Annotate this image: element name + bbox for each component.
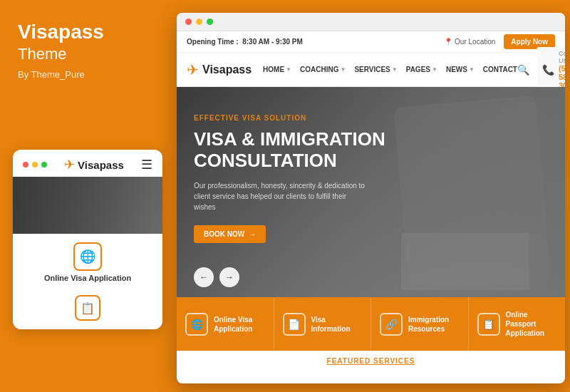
mobile-service-section: 🌐 Online Visa Application — [13, 234, 162, 289]
mobile-logo-icon: ✈ — [64, 157, 75, 172]
service-item-visa-info[interactable]: 📄 VisaInformation — [274, 297, 372, 351]
book-now-label: BOOK NOW — [204, 230, 244, 238]
nav-pages-label: PAGES — [406, 66, 430, 73]
nav-home-label: HOME — [263, 66, 284, 73]
location-label: Our Location — [455, 38, 495, 46]
location-link[interactable]: 📍 Our Location — [444, 38, 495, 46]
service-item-passport[interactable]: 📋 Online PassportApplication — [469, 297, 566, 351]
browser-dot-green — [207, 19, 213, 25]
mobile-hero-bg — [13, 177, 162, 234]
nav-coaching-arrow: ▼ — [340, 66, 346, 73]
nav-news-label: NEWS — [446, 66, 467, 73]
hero-nav-arrows: ← → — [194, 267, 239, 287]
hero-prev-arrow[interactable]: ← — [194, 267, 214, 287]
browser-mockup: Opening Time : 8:30 AM - 9:30 PM 📍 Our L… — [177, 13, 565, 383]
nav-logo-text: Visapass — [202, 63, 252, 76]
opening-time: Opening Time : 8:30 AM - 9:30 PM — [187, 38, 303, 46]
nav-home-arrow: ▼ — [286, 66, 291, 73]
nav-item-coaching[interactable]: COACHING ▼ — [300, 66, 346, 73]
mobile-service-label: Online Visa Application — [44, 274, 131, 282]
featured-footer: FEATURED SERVICES — [177, 351, 565, 371]
mobile-dot-red — [23, 162, 28, 167]
mobile-logo: ✈ Visapass — [64, 157, 124, 172]
nav-bar: ✈ Visapass HOME ▼ COACHING ▼ SERVICES ▼ … — [177, 53, 565, 87]
location-pin-icon: 📍 — [444, 38, 452, 46]
nav-services-arrow: ▼ — [392, 66, 398, 73]
mobile-dot-yellow — [32, 162, 38, 167]
nav-right: 🔍 📞 Contact Us (555) 5802 3059 — [517, 47, 565, 93]
mobile-top-bar: ✈ Visapass ☰ — [13, 150, 162, 177]
mobile-hamburger-icon[interactable]: ☰ — [141, 157, 152, 172]
mobile-dots — [23, 162, 47, 167]
service-item-immigration[interactable]: 🔗 ImmigrationResources — [371, 297, 469, 351]
mobile-visa-icon: 🌐 — [73, 242, 102, 271]
hero-title: VISA & IMMIGRATION CONSULTATION — [194, 129, 393, 172]
nav-item-contact[interactable]: CONTACT — [483, 66, 517, 73]
featured-label: FEATURED SERVICES — [187, 357, 555, 365]
search-icon[interactable]: 🔍 — [517, 64, 529, 76]
nav-item-services[interactable]: SERVICES ▼ — [354, 66, 397, 73]
nav-news-arrow: ▼ — [469, 66, 475, 73]
services-bar: 🌐 Online VisaApplication 📄 VisaInformati… — [177, 297, 565, 351]
passport-icon: 📋 — [477, 313, 500, 336]
nav-contact-label: CONTACT — [483, 66, 517, 73]
mobile-bottom-icon-box: 📋 — [75, 295, 100, 321]
nav-logo[interactable]: ✈ Visapass — [187, 61, 252, 78]
mobile-logo-text: Visapass — [78, 159, 124, 171]
nav-menu: HOME ▼ COACHING ▼ SERVICES ▼ PAGES ▼ NEW… — [263, 66, 517, 73]
nav-contact-info: Contact Us (555) 5802 3059 — [559, 50, 565, 90]
contact-phone: (555) 5802 3059 — [559, 64, 565, 90]
mobile-bottom-section: 📋 — [13, 289, 162, 329]
brand-name: Visapass — [18, 21, 157, 43]
browser-top-bar — [177, 13, 565, 31]
brand-by: By Theme_Pure — [18, 69, 157, 80]
nav-top-strip: Opening Time : 8:30 AM - 9:30 PM 📍 Our L… — [177, 31, 565, 53]
mobile-mockup: ✈ Visapass ☰ 🌐 Online Visa Application 📋 — [13, 150, 162, 329]
phone-icon: 📞 — [542, 64, 554, 76]
nav-contact-box: 📞 Contact Us (555) 5802 3059 — [537, 47, 565, 93]
mobile-hero-image — [13, 177, 162, 234]
book-now-button[interactable]: BOOK NOW → — [194, 225, 266, 243]
nav-logo-plane-icon: ✈ — [187, 61, 199, 78]
immigration-label: ImmigrationResources — [408, 315, 449, 334]
browser-dot-red — [185, 19, 192, 25]
service-item-online-visa[interactable]: 🌐 Online VisaApplication — [177, 297, 274, 351]
online-visa-icon: 🌐 — [185, 313, 208, 336]
hero-eyebrow: EFFECTIVE VISA SOLUTION — [194, 114, 548, 122]
browser-dot-yellow — [196, 19, 202, 25]
visa-info-icon: 📄 — [283, 313, 306, 336]
contact-us-label: Contact Us — [559, 50, 565, 64]
immigration-icon: 🔗 — [380, 313, 403, 336]
opening-label: Opening Time : — [187, 38, 239, 46]
hero-description: Our professionalism, honesty, sincerity … — [194, 180, 365, 212]
nav-services-label: SERVICES — [354, 66, 390, 73]
book-now-arrow-icon: → — [249, 230, 256, 238]
visa-info-label: VisaInformation — [311, 315, 351, 334]
nav-item-home[interactable]: HOME ▼ — [263, 66, 291, 73]
nav-pages-arrow: ▼ — [432, 66, 437, 73]
hero-content: EFFECTIVE VISA SOLUTION VISA & IMMIGRATI… — [177, 87, 565, 257]
nav-item-news[interactable]: NEWS ▼ — [446, 66, 475, 73]
nav-coaching-label: COACHING — [300, 66, 338, 73]
left-panel: Visapass Theme By Theme_Pure ✈ Visapass … — [0, 0, 175, 392]
passport-label: Online PassportApplication — [506, 310, 557, 338]
hero-next-arrow[interactable]: → — [219, 267, 239, 287]
mobile-dot-green — [41, 162, 47, 167]
online-visa-label: Online VisaApplication — [214, 315, 252, 334]
hero-section: EFFECTIVE VISA SOLUTION VISA & IMMIGRATI… — [177, 87, 565, 297]
nav-item-pages[interactable]: PAGES ▼ — [406, 66, 437, 73]
brand-word: Theme — [18, 45, 157, 63]
opening-hours: 8:30 AM - 9:30 PM — [242, 38, 303, 46]
